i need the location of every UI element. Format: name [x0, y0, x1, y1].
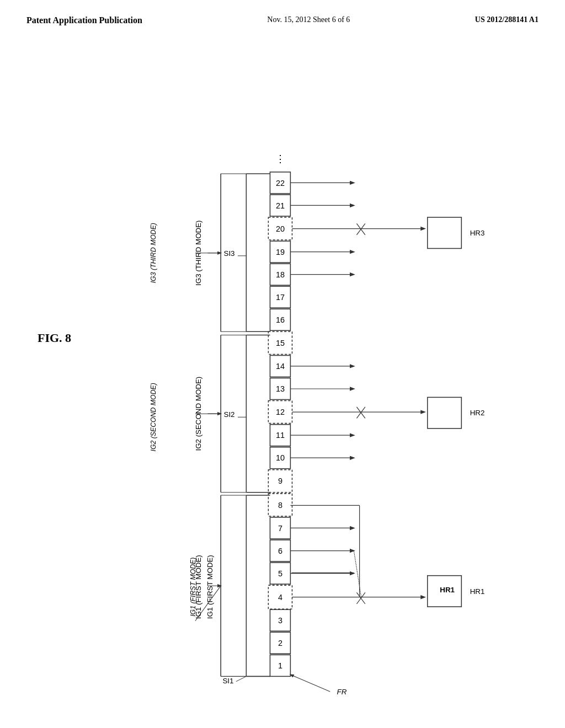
- svg-text:6: 6: [278, 547, 282, 555]
- figure-label: FIG. 8: [38, 331, 71, 345]
- svg-text:1: 1: [278, 661, 282, 670]
- svg-text:5: 5: [278, 569, 282, 578]
- svg-text:IG1 (FIRST MODE): IG1 (FIRST MODE): [194, 555, 202, 619]
- svg-text:IG2 (SECOND MODE): IG2 (SECOND MODE): [194, 377, 202, 451]
- svg-text:13: 13: [276, 384, 285, 393]
- svg-text:17: 17: [276, 293, 285, 302]
- svg-text:4: 4: [278, 593, 282, 602]
- svg-text:SI1: SI1: [222, 677, 233, 685]
- publication-number: US 2012/288141 A1: [475, 15, 539, 24]
- svg-text:IG3 (THIRD MODE): IG3 (THIRD MODE): [194, 220, 202, 285]
- svg-text:21: 21: [276, 201, 285, 210]
- svg-text:HR2: HR2: [470, 409, 485, 417]
- svg-text:14: 14: [276, 362, 285, 371]
- svg-text:19: 19: [276, 248, 285, 256]
- svg-line-108: [290, 675, 330, 692]
- svg-text:HR3: HR3: [470, 229, 485, 237]
- svg-text:22: 22: [276, 179, 285, 188]
- svg-text:HR1: HR1: [440, 586, 455, 594]
- svg-text:20: 20: [276, 224, 285, 233]
- svg-rect-98: [428, 217, 462, 248]
- svg-text:SI2: SI2: [224, 410, 235, 419]
- svg-text:12: 12: [276, 408, 285, 416]
- svg-text:⋮: ⋮: [275, 153, 285, 164]
- svg-text:10: 10: [276, 453, 285, 462]
- svg-rect-79: [428, 397, 462, 428]
- diagram-area: 1 2 3 4 5 6 7 8 9 10 11 12: [110, 77, 541, 700]
- svg-text:18: 18: [276, 270, 285, 279]
- svg-text:IG2 (SECOND MODE): IG2 (SECOND MODE): [150, 383, 157, 451]
- svg-text:IG1 (FIRST MODE): IG1 (FIRST MODE): [206, 555, 214, 619]
- publication-date-sheet: Nov. 15, 2012 Sheet 6 of 6: [267, 15, 350, 24]
- svg-text:SI3: SI3: [224, 249, 235, 258]
- svg-text:9: 9: [278, 477, 282, 485]
- svg-text:FR: FR: [337, 688, 347, 696]
- svg-text:16: 16: [276, 315, 285, 324]
- svg-text:7: 7: [278, 524, 282, 533]
- svg-text:3: 3: [278, 616, 282, 625]
- svg-text:2: 2: [278, 639, 282, 647]
- publication-title: Patent Application Publication: [26, 15, 142, 25]
- page-header: Patent Application Publication Nov. 15, …: [0, 0, 565, 25]
- svg-text:15: 15: [276, 339, 285, 347]
- svg-text:HR1: HR1: [470, 587, 485, 596]
- svg-text:11: 11: [276, 431, 285, 440]
- svg-text:IG3 (THIRD MODE): IG3 (THIRD MODE): [150, 223, 157, 283]
- svg-line-49: [236, 676, 246, 681]
- svg-text:8: 8: [278, 501, 282, 510]
- diagram-svg: 1 2 3 4 5 6 7 8 9 10 11 12: [110, 77, 541, 700]
- svg-line-68: [354, 551, 361, 597]
